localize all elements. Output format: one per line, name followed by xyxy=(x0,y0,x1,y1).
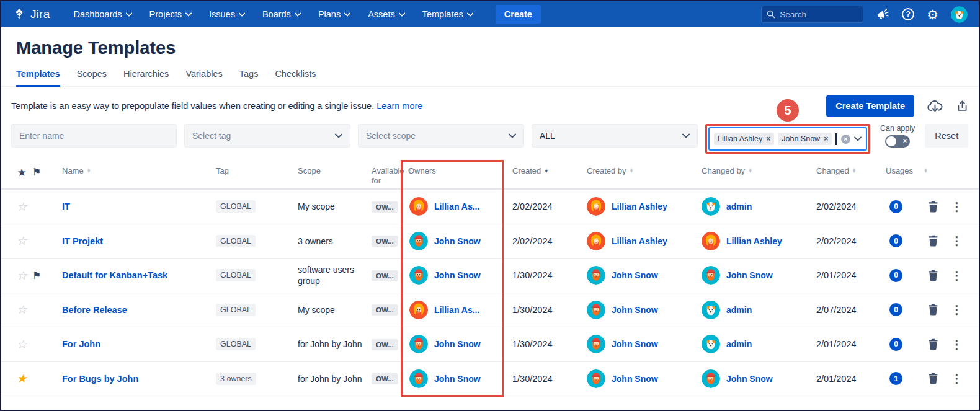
table-row: ☆★ ⚑ Before Release GLOBAL My scope OW..… xyxy=(1,293,979,328)
delete-trash-icon[interactable] xyxy=(928,338,938,350)
usages-badge[interactable]: 0 xyxy=(889,200,902,213)
column-header-changed[interactable]: Changed▲▼ xyxy=(810,166,880,176)
scope-filter-select[interactable]: Select scope xyxy=(358,124,524,148)
owner-chip[interactable]: Lillian Ashley× xyxy=(714,133,774,145)
created-by-link[interactable]: John Snow xyxy=(612,339,658,349)
import-cloud-icon[interactable] xyxy=(927,99,943,113)
more-actions-kebab-icon[interactable]: ⋮ xyxy=(951,373,963,384)
settings-icon[interactable]: ⚙ xyxy=(927,8,938,21)
help-icon[interactable]: ? xyxy=(902,8,914,20)
available-for-chip[interactable]: OW... xyxy=(372,270,398,281)
favorite-star[interactable]: ☆★ xyxy=(11,371,32,386)
favorite-star[interactable]: ☆★ xyxy=(11,234,32,248)
search-input[interactable] xyxy=(780,10,848,19)
template-name-link[interactable]: Before Release xyxy=(62,305,127,315)
usages-badge[interactable]: 0 xyxy=(889,234,902,247)
available-for-chip[interactable]: OW... xyxy=(372,339,398,350)
tab-tags[interactable]: Tags xyxy=(239,69,259,87)
more-actions-kebab-icon[interactable]: ⋮ xyxy=(951,201,963,213)
clear-all-icon[interactable]: × xyxy=(841,135,850,144)
owner-link[interactable]: John Snow xyxy=(434,374,481,384)
template-name-link[interactable]: IT Projekt xyxy=(62,236,103,246)
column-header-changed-by[interactable]: Changed by▲▼ xyxy=(695,166,810,176)
column-header-usages[interactable]: Usages▲▼ xyxy=(880,166,924,176)
changed-by-link[interactable]: admin xyxy=(726,201,752,211)
user-avatar[interactable] xyxy=(951,6,968,23)
created-by-link[interactable]: John Snow xyxy=(612,374,658,384)
more-actions-kebab-icon[interactable]: ⋮ xyxy=(951,304,963,316)
tab-scopes[interactable]: Scopes xyxy=(77,69,107,87)
changed-by-link[interactable]: admin xyxy=(726,339,752,349)
nav-item-plans[interactable]: Plans xyxy=(318,9,350,19)
search-box[interactable] xyxy=(761,6,863,23)
name-filter-input[interactable] xyxy=(11,124,177,148)
type-filter-select[interactable]: ALL xyxy=(532,124,698,148)
nav-item-templates[interactable]: Templates xyxy=(422,9,473,19)
created-by-link[interactable]: John Snow xyxy=(612,305,658,315)
template-name-link[interactable]: IT xyxy=(62,201,70,211)
template-name-link[interactable]: For Bugs by John xyxy=(62,374,138,384)
owner-chip[interactable]: John Snow× xyxy=(778,133,832,145)
tab-variables[interactable]: Variables xyxy=(185,69,222,87)
available-for-chip[interactable]: OW... xyxy=(372,373,398,384)
changed-by-link[interactable]: John Snow xyxy=(726,374,773,384)
more-actions-kebab-icon[interactable]: ⋮ xyxy=(951,235,963,247)
delete-trash-icon[interactable] xyxy=(928,304,938,316)
favorite-star[interactable]: ☆★ xyxy=(11,200,32,214)
create-template-button[interactable]: Create Template xyxy=(826,95,914,117)
remove-chip-icon[interactable]: × xyxy=(766,135,770,143)
tag-filter-select[interactable]: Select tag xyxy=(184,124,350,148)
owner-link[interactable]: John Snow xyxy=(434,236,481,246)
nav-item-projects[interactable]: Projects xyxy=(149,9,192,19)
more-actions-kebab-icon[interactable]: ⋮ xyxy=(951,270,963,281)
usages-badge[interactable]: 1 xyxy=(889,372,902,385)
changed-by-link[interactable]: John Snow xyxy=(726,270,773,280)
delete-trash-icon[interactable] xyxy=(928,373,938,384)
created-by-link[interactable]: John Snow xyxy=(612,270,658,280)
more-actions-kebab-icon[interactable]: ⋮ xyxy=(951,338,963,350)
nav-item-dashboards[interactable]: Dashboards xyxy=(73,9,131,19)
create-button[interactable]: Create xyxy=(496,5,541,24)
column-header-available-for[interactable]: Available for▲▼ xyxy=(367,166,402,187)
available-for-chip[interactable]: OW... xyxy=(372,304,398,316)
export-share-icon[interactable] xyxy=(956,99,969,113)
usages-badge[interactable]: 0 xyxy=(889,303,902,316)
tab-checklists[interactable]: Checklists xyxy=(275,69,316,87)
nav-item-boards[interactable]: Boards xyxy=(262,9,301,19)
learn-more-link[interactable]: Learn more xyxy=(376,101,422,111)
changed-by-link[interactable]: admin xyxy=(726,305,752,315)
usages-badge[interactable]: 0 xyxy=(889,269,902,282)
delete-trash-icon[interactable] xyxy=(928,201,938,213)
owner-link[interactable]: John Snow xyxy=(434,339,481,349)
available-for-chip[interactable]: OW... xyxy=(372,201,398,213)
available-for-chip[interactable]: OW... xyxy=(372,236,398,247)
can-apply-toggle[interactable]: × xyxy=(885,135,910,148)
template-name-link[interactable]: For John xyxy=(62,339,100,349)
tab-hierarchies[interactable]: Hierarchies xyxy=(123,69,169,87)
reset-button[interactable]: Reset xyxy=(925,124,968,148)
nav-item-issues[interactable]: Issues xyxy=(209,9,245,19)
owner-filter-select[interactable]: Lillian Ashley× John Snow× × xyxy=(708,127,867,151)
chevron-down-icon[interactable] xyxy=(854,136,862,141)
owner-link[interactable]: Lillian As... xyxy=(434,305,479,315)
created-by-link[interactable]: Lillian Ashley xyxy=(612,236,667,246)
created-by-link[interactable]: Lillian Ashley xyxy=(612,201,667,211)
nav-item-assets[interactable]: Assets xyxy=(368,9,405,19)
template-name-link[interactable]: Default for Kanban+Task xyxy=(62,270,167,280)
usages-badge[interactable]: 0 xyxy=(889,338,902,351)
jira-logo[interactable]: Jira xyxy=(12,7,50,21)
announcements-icon[interactable] xyxy=(876,8,889,20)
column-header-created[interactable]: Created▲▼ xyxy=(501,166,581,176)
remove-chip-icon[interactable]: × xyxy=(824,135,828,143)
delete-trash-icon[interactable] xyxy=(928,270,938,281)
favorite-star[interactable]: ☆★ xyxy=(11,303,32,317)
delete-trash-icon[interactable] xyxy=(928,235,938,247)
favorite-star[interactable]: ☆★ xyxy=(11,337,32,351)
owner-link[interactable]: Lillian As... xyxy=(434,201,479,211)
favorite-star[interactable]: ☆★ xyxy=(11,268,32,283)
changed-by-link[interactable]: Lillian Ashley xyxy=(726,236,782,246)
column-header-created-by[interactable]: Created by▲▼ xyxy=(581,166,695,176)
tab-templates[interactable]: Templates xyxy=(16,69,60,87)
owner-link[interactable]: John Snow xyxy=(434,270,481,280)
column-header-name[interactable]: Name▲▼ xyxy=(56,166,210,176)
